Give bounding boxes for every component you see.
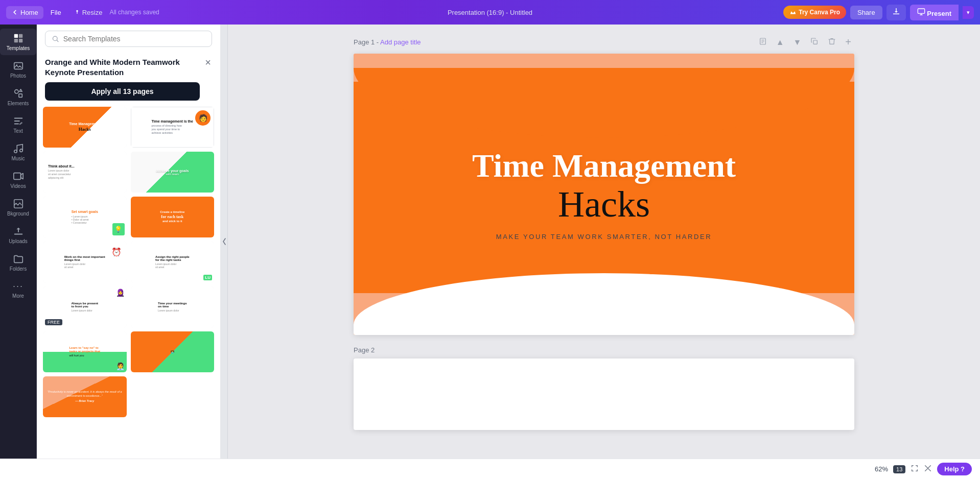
present-button[interactable]: Present — [910, 5, 959, 20]
home-label: Home — [20, 9, 38, 16]
copy-icon — [810, 37, 819, 45]
move-up-button[interactable]: ▲ — [773, 36, 787, 49]
collapse-chevron-icon — [222, 236, 226, 247]
sidebar-item-music[interactable]: Music — [0, 139, 36, 165]
page-count-badge: 13 — [893, 465, 905, 473]
sidebar-item-text[interactable]: Text — [0, 111, 36, 138]
file-label: File — [51, 9, 61, 16]
thumbnail-10[interactable]: Time your meetingson time Lorem ipsum do… — [131, 286, 215, 327]
slide-design: Time Management Hacks MAKE YOUR TEAM WOR… — [354, 54, 854, 335]
thumbnail-9[interactable]: Always be presentto front you Lorem ipsu… — [43, 286, 127, 327]
svg-point-0 — [76, 10, 78, 12]
sidebar-item-photos[interactable]: Photos — [0, 56, 36, 83]
thumbnail-2[interactable]: Time management is the process of direct… — [131, 107, 215, 148]
panel-collapse-handle[interactable] — [221, 25, 228, 459]
thumbnail-11[interactable]: Learn to "say no" to tasks or projects t… — [43, 331, 127, 372]
sidebar-item-folders-label: Folders — [10, 266, 27, 272]
sidebar-item-text-label: Text — [13, 128, 22, 134]
notes-button[interactable] — [756, 36, 770, 49]
move-down-button[interactable]: ▼ — [790, 36, 804, 49]
home-button[interactable]: Home — [6, 6, 43, 19]
zoom-level: 62% — [875, 465, 888, 473]
search-input[interactable] — [63, 35, 205, 43]
sidebar-item-background[interactable]: Bkground — [0, 194, 36, 221]
canvas-area: Page 1 - Add page title ▲ ▼ + — [228, 25, 980, 459]
expand-icon — [924, 464, 932, 472]
download-icon — [892, 7, 901, 16]
search-icon — [52, 35, 59, 43]
sidebar-item-more-label: More — [12, 293, 24, 299]
template-title: Orange and White Modern Teamwork Keynote… — [45, 57, 200, 77]
page1-actions: ▲ ▼ + — [756, 35, 854, 50]
svg-rect-3 — [18, 34, 22, 38]
copy-page-button[interactable] — [807, 36, 822, 49]
thumbnail-7[interactable]: Work on the most importantthings first L… — [43, 242, 127, 282]
templates-icon — [13, 33, 24, 44]
text-icon — [13, 115, 24, 127]
slide-2-partial[interactable] — [354, 358, 854, 430]
apply-all-button[interactable]: Apply all 13 pages — [45, 82, 200, 101]
search-bar[interactable] — [45, 31, 212, 47]
sidebar-item-templates[interactable]: Templates — [0, 29, 36, 55]
thumbnail-3[interactable]: Think about it... Lorem ipsum dolorsit a… — [43, 152, 127, 193]
thumbnail-12[interactable]: 🧑‍💻 — [131, 331, 215, 372]
main-area: Templates Photos Elements Text Music Vid… — [0, 25, 980, 459]
fit-to-window-button[interactable] — [911, 464, 919, 474]
pin-icon — [74, 9, 81, 16]
template-thumbnail-grid: Time Management Hacks Time management is… — [37, 107, 220, 459]
sidebar-item-photos-label: Photos — [10, 73, 26, 79]
sidebar-item-elements[interactable]: Elements — [0, 84, 36, 110]
svg-point-11 — [19, 149, 22, 152]
present-caret-button[interactable]: ▾ — [963, 6, 974, 19]
thumbnail-6[interactable]: Create a timeline for each task and stic… — [131, 197, 215, 237]
monitor-icon — [917, 8, 925, 16]
page1-add-title-link[interactable]: Add page title — [380, 38, 421, 46]
thumbnail-4[interactable]: Achieve your goals with team — [131, 152, 215, 193]
folders-icon — [13, 253, 24, 265]
thumbnail-1[interactable]: Time Management Hacks — [43, 107, 127, 148]
svg-rect-2 — [14, 34, 17, 38]
slide-1[interactable]: Time Management Hacks MAKE YOUR TEAM WOR… — [354, 54, 854, 335]
file-button[interactable]: File — [45, 6, 66, 19]
notes-icon — [759, 37, 767, 45]
sidebar-item-videos[interactable]: Videos — [0, 166, 36, 193]
expand-button[interactable] — [924, 464, 932, 474]
share-button[interactable]: Share — [850, 6, 882, 19]
slide-design-area: Time Management Hacks MAKE YOUR TEAM WOR… — [354, 54, 854, 335]
page2-label-row: Page 2 — [354, 345, 854, 354]
resize-label: Resize — [82, 9, 103, 16]
thumbnail-13[interactable]: "Productivity is never an accident. It i… — [43, 376, 127, 417]
svg-rect-9 — [18, 94, 21, 97]
svg-rect-5 — [18, 39, 22, 42]
elements-icon — [13, 88, 24, 99]
trash-icon — [828, 37, 836, 45]
free-badge: FREE — [45, 319, 62, 325]
fit-window-icon — [911, 464, 919, 472]
sidebar-item-folders[interactable]: Folders — [0, 249, 36, 276]
svg-rect-4 — [14, 39, 17, 42]
autosave-status: All changes saved — [109, 9, 159, 16]
sidebar-item-more[interactable]: ··· More — [0, 277, 36, 303]
slide-subtitle: MAKE YOUR TEAM WORK SMARTER, NOT HARDER — [496, 233, 712, 241]
background-icon — [13, 198, 24, 209]
templates-panel: Orange and White Modern Teamwork Keynote… — [37, 25, 221, 459]
template-info-section: Orange and White Modern Teamwork Keynote… — [37, 51, 220, 107]
resize-button[interactable]: Resize — [68, 6, 108, 19]
search-wrapper — [37, 25, 220, 51]
slide-title-script: Hacks — [558, 186, 650, 223]
sidebar-item-templates-label: Templates — [7, 45, 30, 51]
sidebar-item-uploads[interactable]: Uploads — [0, 222, 36, 248]
canva-pro-button[interactable]: Try Canva Pro — [783, 6, 846, 19]
add-page-button[interactable]: + — [842, 35, 854, 50]
close-panel-button[interactable]: × — [202, 56, 214, 68]
sidebar-item-uploads-label: Uploads — [9, 238, 28, 244]
more-dots-icon: ··· — [13, 281, 24, 292]
help-button[interactable]: Help ? — [937, 463, 972, 475]
thumbnail-8[interactable]: Assign the right peoplefor the right tas… — [131, 242, 215, 282]
slide-main-content: Time Management Hacks MAKE YOUR TEAM WOR… — [354, 54, 854, 335]
thumbnail-5[interactable]: Set smart goals • Lorem ipsum• Dolor sit… — [43, 197, 127, 237]
delete-page-button[interactable] — [825, 36, 839, 49]
slide-title-main: Time Management — [472, 148, 736, 184]
download-button[interactable] — [886, 5, 906, 20]
top-nav: Home File Resize All changes saved Prese… — [0, 0, 980, 25]
